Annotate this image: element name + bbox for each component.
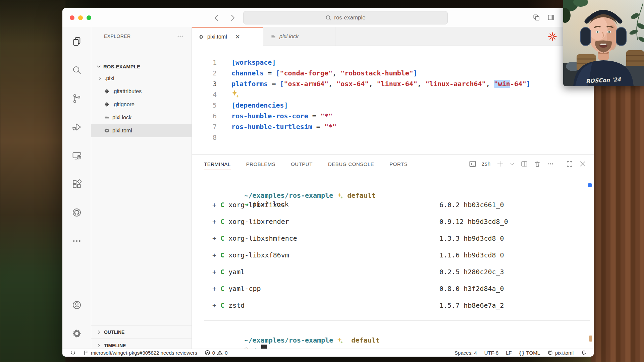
line-number: 7	[192, 121, 217, 132]
close-window-button[interactable]	[70, 15, 74, 20]
tree-item-gitignore[interactable]: .gitignore	[91, 98, 192, 111]
line-number: 8	[192, 132, 217, 143]
sidebar-item-explorer[interactable]	[72, 37, 82, 47]
tab-ports[interactable]: PORTS	[389, 155, 408, 173]
file-label: pixi.toml	[112, 128, 132, 134]
package-name: yaml	[228, 268, 245, 276]
package-version: 0.9.12 hb9d3cd8_0	[439, 217, 508, 226]
package-row: + C xorg-libxrender0.9.12 hb9d3cd8_0	[204, 217, 594, 226]
file-label: .gitignore	[112, 102, 135, 108]
code-line[interactable]: 3platforms = ["osx-arm64", "osx-64", "li…	[192, 78, 594, 89]
terminal-scrollbar-thumb[interactable]	[589, 336, 592, 342]
terminal[interactable]: ~/examples/ros-example default → pixi lo…	[204, 173, 594, 349]
maximize-panel-icon[interactable]	[566, 160, 573, 168]
code-line[interactable]: 5[dependencies]	[192, 100, 594, 111]
new-terminal-icon[interactable]	[496, 160, 504, 168]
panel-more-icon[interactable]	[547, 160, 554, 168]
tree-item-pixi-lock[interactable]: pixi.lock	[91, 111, 192, 124]
close-tab-icon[interactable]: ✕	[235, 33, 240, 41]
close-panel-icon[interactable]	[579, 160, 586, 168]
tab-label: pixi.lock	[279, 34, 299, 40]
account-icon	[72, 300, 82, 310]
problems-status[interactable]: 0 0	[201, 350, 231, 356]
minimize-window-button[interactable]	[78, 15, 83, 20]
remote-indicator[interactable]	[66, 350, 79, 356]
split-terminal-icon[interactable]	[521, 160, 528, 168]
tab-terminal[interactable]: TERMINAL	[204, 155, 231, 173]
sidebar-item-extensions[interactable]	[72, 179, 82, 189]
github-icon	[72, 207, 82, 218]
root-folder-label: ROS-EXAMPLE	[103, 64, 140, 69]
file-label: pixi.lock	[112, 115, 131, 121]
settings-button[interactable]	[72, 328, 82, 339]
titlebar[interactable]: ros-example	[62, 8, 594, 27]
line-number: 5	[192, 100, 217, 111]
tree-item-pixi-toml[interactable]: pixi.toml	[91, 124, 192, 137]
forward-button[interactable]	[228, 14, 236, 22]
tab-debug-console[interactable]: DEBUG CONSOLE	[328, 155, 374, 173]
notifications-bell[interactable]	[577, 350, 590, 356]
code-line[interactable]: 2channels = ["conda-forge", "robostack-h…	[192, 68, 594, 78]
package-version: 0.8.0 h3f2d84a_0	[439, 284, 504, 293]
command-center-search[interactable]: ros-example	[243, 11, 448, 24]
shell-label[interactable]: zsh	[482, 161, 491, 167]
webcam-video: ROSCon '24	[563, 0, 644, 86]
package-row: + C yaml0.2.5 h280c20c_3	[204, 267, 594, 276]
panel-tab-bar: TERMINAL PROBLEMS OUTPUT DEBUG CONSOLE P…	[192, 155, 594, 173]
package-version: 0.2.5 h280c20c_3	[439, 267, 504, 276]
eol-status[interactable]: LF	[502, 350, 516, 356]
vscode-window: ros-example	[62, 8, 594, 357]
back-button[interactable]	[213, 14, 221, 22]
braces-icon: { }	[519, 350, 524, 356]
sidebar-item-remote-explorer[interactable]	[72, 150, 82, 161]
activity-bar	[62, 27, 91, 349]
chevron-right-icon	[97, 330, 101, 335]
language-status[interactable]: { } TOML	[516, 350, 544, 356]
sidebar-item-more[interactable]	[72, 236, 82, 246]
tree-item-gitattributes[interactable]: .gitattributes	[91, 85, 192, 98]
editor[interactable]: 1[workspace]2channels = ["conda-forge", …	[192, 46, 594, 154]
run-debug-icon	[72, 122, 82, 132]
encoding-status[interactable]: UTF-8	[481, 350, 502, 356]
sidebar-item-run-debug[interactable]	[72, 122, 82, 132]
pixi-splat-icon[interactable]	[548, 32, 557, 41]
file-label: .gitattributes	[112, 88, 142, 95]
customize-layout-icon[interactable]	[533, 14, 540, 21]
code-line[interactable]: 1[workspace]	[192, 57, 594, 68]
code-line[interactable]: 4	[192, 89, 594, 100]
sidebar-item-github[interactable]	[72, 207, 82, 218]
line-number: 6	[192, 111, 217, 121]
prompt-env: default	[347, 191, 375, 199]
chevron-down-icon[interactable]	[509, 160, 515, 168]
sidebar-item-search[interactable]	[72, 65, 82, 75]
sidebar-item-source-control[interactable]	[72, 94, 82, 104]
terminal-scroll-mark	[588, 183, 592, 187]
indentation-status[interactable]: Spaces: 4	[451, 350, 481, 356]
zoom-window-button[interactable]	[87, 15, 91, 20]
explorer-actions-icon[interactable]	[177, 33, 183, 40]
tab-output[interactable]: OUTPUT	[291, 155, 313, 173]
accounts-button[interactable]	[72, 300, 82, 310]
github-pr-status[interactable]: microsoft/winget-pkgs#305822 needs revie…	[79, 350, 201, 356]
more-icon	[72, 236, 82, 246]
terminal-icon	[469, 160, 476, 168]
desktop: ros-example	[0, 0, 644, 362]
code-line[interactable]: 6ros-humble-ros-core = "*"	[192, 111, 594, 121]
tab-pixi-toml[interactable]: pixi.toml ✕	[192, 27, 263, 46]
chevron-right-icon	[97, 76, 103, 81]
code-line[interactable]: 8	[192, 132, 594, 143]
pixi-environment-status[interactable]: pixi.toml	[544, 350, 577, 356]
bell-icon	[581, 350, 587, 356]
toggle-panel-icon[interactable]	[547, 14, 555, 21]
package-version: 6.0.2 hb03c661_0	[439, 200, 504, 209]
tree-item-pixi-folder[interactable]: .pixi	[91, 72, 192, 85]
section-label: TIMELINE	[104, 343, 126, 348]
outline-section[interactable]: OUTLINE	[91, 325, 192, 339]
prompt-path: ~/examples/ros-example	[244, 336, 333, 344]
tree-root-ros-example[interactable]: ROS-EXAMPLE	[91, 61, 192, 72]
tab-pixi-lock[interactable]: pixi.lock	[263, 27, 335, 46]
kill-terminal-icon[interactable]	[534, 160, 541, 168]
code-line[interactable]: 7ros-humble-turtlesim = "*"	[192, 121, 594, 132]
tab-problems[interactable]: PROBLEMS	[246, 155, 275, 173]
terminal-prompt-line: ~/examples/ros-example default	[204, 182, 594, 191]
